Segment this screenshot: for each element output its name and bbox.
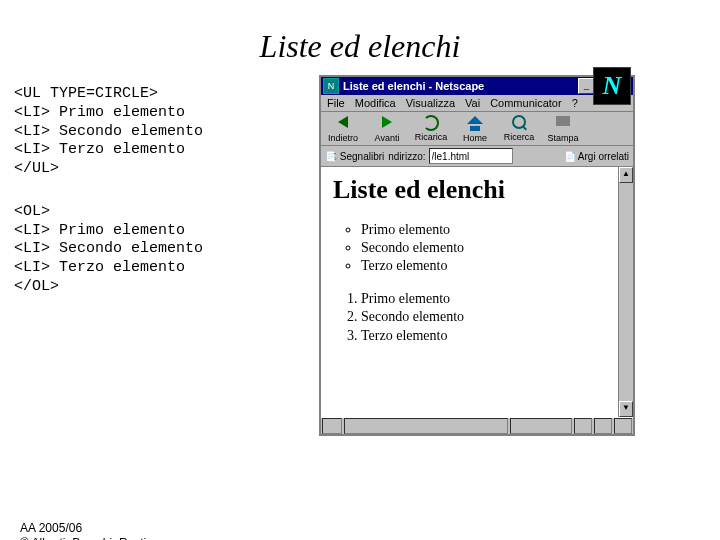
browser-window: N Liste ed elenchi - Netscape _ □ × File… (319, 75, 635, 436)
menu-edit[interactable]: Modifica (355, 97, 396, 109)
code-block-ul: <UL TYPE=CIRCLE> <LI> Primo elemento <LI… (14, 85, 319, 179)
status-cell (510, 418, 572, 434)
scroll-up-icon[interactable]: ▲ (619, 167, 633, 183)
footer-left: AA 2005/06 © Alberti, Bruschi, Rosti (20, 521, 320, 540)
list-item: Secondo elemento (361, 308, 621, 327)
home-button[interactable]: Home (453, 114, 497, 143)
menu-file[interactable]: File (327, 97, 345, 109)
page-heading: Liste ed elenchi (333, 175, 621, 205)
ordered-list: Primo elemento Secondo elemento Terzo el… (333, 290, 621, 347)
status-cell (594, 418, 612, 434)
statusbar (321, 417, 633, 434)
status-cell (344, 418, 508, 434)
code-block-ol: <OL> <LI> Primo elemento <LI> Secondo el… (14, 203, 319, 297)
location-toolbar: 📑 Segnalibri ndirizzo: 📄 Argi orrelati (321, 146, 633, 167)
unordered-list: Primo elemento Secondo elemento Terzo el… (333, 221, 621, 276)
bookmarks-button[interactable]: 📑 Segnalibri (325, 151, 384, 162)
forward-button[interactable]: Avanti (365, 114, 409, 143)
netscape-throbber-icon: N (593, 67, 631, 105)
print-button[interactable]: Stampa (541, 114, 585, 143)
list-item: Primo elemento (361, 221, 621, 239)
home-icon (467, 116, 483, 124)
menu-view[interactable]: Visualizza (406, 97, 455, 109)
menubar: File Modifica Visualizza Vai Communicato… (321, 95, 633, 111)
status-cell (614, 418, 632, 434)
reload-button[interactable]: Ricarica (409, 114, 453, 143)
menu-communicator[interactable]: Communicator (490, 97, 562, 109)
scrollbar[interactable]: ▲ ▼ (618, 167, 633, 417)
toolbar: Indietro Avanti Ricarica Home Ricerca St… (321, 111, 633, 146)
scroll-down-icon[interactable]: ▼ (619, 401, 633, 417)
netscape-favicon: N (323, 78, 339, 94)
code-column: <UL TYPE=CIRCLE> <LI> Primo elemento <LI… (14, 75, 319, 436)
print-icon (556, 116, 570, 126)
footer: AA 2005/06 © Alberti, Bruschi, Rosti 43 … (20, 521, 700, 540)
address-input[interactable] (429, 148, 513, 164)
back-icon (338, 116, 348, 128)
list-item: Terzo elemento (361, 327, 621, 346)
menu-go[interactable]: Vai (465, 97, 480, 109)
content-row: <UL TYPE=CIRCLE> <LI> Primo elemento <LI… (0, 75, 720, 436)
page-viewport: Liste ed elenchi Primo elemento Secondo … (321, 167, 633, 417)
address-label: ndirizzo: (388, 151, 425, 162)
nav-area: Indietro Avanti Ricarica Home Ricerca St… (321, 111, 633, 146)
slide: Liste ed elenchi <UL TYPE=CIRCLE> <LI> P… (0, 28, 720, 540)
search-button[interactable]: Ricerca (497, 114, 541, 143)
reload-icon (423, 115, 439, 131)
slide-title: Liste ed elenchi (0, 28, 720, 65)
list-item: Primo elemento (361, 290, 621, 309)
search-icon (512, 115, 526, 129)
list-item: Secondo elemento (361, 239, 621, 257)
menu-help[interactable]: ? (572, 97, 578, 109)
status-cell (574, 418, 592, 434)
forward-icon (382, 116, 392, 128)
list-item: Terzo elemento (361, 257, 621, 275)
status-cell (322, 418, 342, 434)
address-box: ndirizzo: (388, 148, 559, 164)
back-button[interactable]: Indietro (321, 114, 365, 143)
related-button[interactable]: 📄 Argi orrelati (564, 151, 629, 162)
titlebar: N Liste ed elenchi - Netscape _ □ × (321, 77, 633, 95)
window-title: Liste ed elenchi - Netscape (343, 80, 577, 92)
